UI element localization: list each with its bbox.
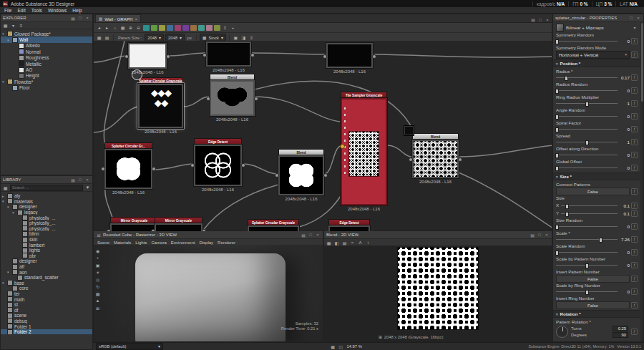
graph-toolbar-icon[interactable] [206,25,213,31]
graph-node[interactable]: 2048x2048 - L16 [128,43,167,69]
slider-handle[interactable] [585,102,589,107]
explorer-tree-item[interactable]: Albedo [1,43,92,49]
graph-node[interactable]: Splatter Circular Grayscale [248,219,299,231]
property-value[interactable]: 0 [619,152,630,157]
slider-handle[interactable] [555,153,559,158]
library-tree-item[interactable]: ▾ aon [1,269,92,275]
graph-tab[interactable]: ▦ Wall - GRAPH × [95,14,141,22]
search-input[interactable] [10,185,83,191]
slider-handle[interactable] [555,251,559,256]
graph-tool-icon[interactable]: ◨ [240,35,247,41]
menu-item[interactable]: Windows [48,8,67,13]
menu-item[interactable]: File [4,8,11,13]
function-button[interactable]: ƒ [631,223,638,230]
slider-track[interactable] [556,263,618,268]
slider-track[interactable] [556,88,618,93]
property-value[interactable]: 0.17 [619,75,630,80]
float-icon[interactable]: □ [537,18,543,22]
view2d-tool-icon[interactable]: ▤ [341,240,348,246]
slider-track[interactable] [556,224,618,229]
view3d-tool-icon[interactable]: ◎ [94,276,101,282]
property-value[interactable]: 0.1 [619,203,630,208]
graph-node[interactable]: Blend 2048x2048 - L16 [278,149,324,195]
slider-handle[interactable] [555,166,559,171]
view3d-tool-icon[interactable]: ☀ [94,269,101,275]
graph-toolbar-icon[interactable]: ◂ [96,25,102,31]
property-value[interactable]: 0 [619,224,630,229]
slider-handle[interactable] [555,115,559,120]
filter-funnel-icon[interactable]: ▼ [84,185,91,190]
expand-arrow-icon[interactable]: ▾ [12,210,16,215]
library-tree-item[interactable]: standard_scatter [1,275,92,281]
function-button[interactable]: ƒ [631,113,638,120]
graph-toolbar-icon[interactable]: ⊖ [135,25,142,31]
property-dropdown[interactable]: Horizontal + Vertical ▾ [556,51,630,59]
view3d-viewport[interactable]: ◉+▣☀◎↻▦▲⊞ Samples: 32 Render Time: 0.21 … [94,245,323,341]
float-icon[interactable]: □ [537,233,542,237]
graph-toolbar-icon[interactable]: ⊕ [127,25,134,31]
turns-value[interactable]: 0.25 [613,326,628,331]
tab-close-icon[interactable]: × [135,16,138,21]
toggle-button[interactable]: False [556,301,630,309]
view3d-tool-icon[interactable]: ▲ [94,298,101,303]
graph-node[interactable]: Tile Sampler Grayscale 2048x2048 - L16 [341,92,387,205]
function-button[interactable]: ƒ [631,100,638,107]
degrees-value[interactable]: 90 [613,332,628,338]
function-button[interactable]: ƒ [631,249,638,256]
close-icon[interactable]: × [315,233,321,237]
graph-tool-dropdown-icon[interactable]: ▦ [96,35,102,41]
slider-track[interactable] [556,101,618,106]
slider-track[interactable] [556,114,618,119]
zoom-mode-icon[interactable]: ▦ [330,344,336,349]
view3d-menu-item[interactable]: Camera [151,240,166,245]
slider-handle[interactable] [565,204,569,209]
filtering-row[interactable]: Bilinear + Mipmaps ▾ [556,23,638,32]
property-value[interactable]: 1 [619,140,630,145]
expand-arrow-icon[interactable]: ▾ [7,270,11,274]
caret-down-icon[interactable]: ▾ [632,25,638,30]
section-header[interactable]: ▾ Size * [553,172,640,180]
explorer-tree-item[interactable]: Height [1,73,92,79]
float-icon[interactable]: □ [77,178,83,182]
explorer-tree-item[interactable]: Metallic [1,61,92,67]
slider-track[interactable] [561,203,618,208]
slider-track[interactable] [556,250,618,255]
graph-toolbar-icon[interactable]: ▸ [104,25,110,31]
slider-handle[interactable] [599,238,602,243]
function-button[interactable]: ƒ [631,210,638,217]
library-tree-item[interactable]: ▾ designer [1,204,92,210]
view3d-tool-icon[interactable]: ▣ [94,262,101,268]
list-menu-icon[interactable]: ≡ [18,23,24,29]
slider-handle[interactable] [565,212,569,217]
function-button[interactable]: ƒ [631,302,638,308]
float-icon[interactable]: □ [308,233,313,237]
view2d-tool-icon[interactable]: ◧ [333,240,340,246]
slider-handle[interactable] [555,225,559,230]
view3d-tool-icon[interactable]: ▦ [94,291,101,296]
float-icon[interactable]: □ [628,16,634,20]
view3d-menu-item[interactable]: Environment [171,240,195,245]
property-value[interactable]: 7.26 [619,237,630,242]
property-value[interactable]: 0.1 [619,211,630,216]
close-icon[interactable]: × [545,18,550,22]
graph-toolbar-icon[interactable]: ▦ [119,25,126,31]
zoom-mode-icon[interactable]: ◫ [338,344,344,349]
library-tree-item[interactable]: blinn [1,231,92,237]
graph-toolbar-icon[interactable] [151,25,157,31]
function-button[interactable]: ƒ [631,126,638,132]
function-button[interactable]: ƒ [631,52,638,58]
function-button[interactable]: ƒ [631,165,638,171]
graph-node[interactable]: 2048x2048 - L16 [206,42,251,67]
graph-toolbar-icon[interactable] [143,25,150,31]
property-value[interactable]: 0 [619,114,630,119]
explorer-tree-item[interactable]: AO [1,67,92,72]
library-tree-item[interactable]: lambert [1,242,92,248]
graph-tool-dropdown-icon[interactable]: ▤ [104,35,110,41]
graph-node[interactable]: Splatter Circular Gr... 2048x2048 - L16 [104,142,152,189]
library-tree-item[interactable]: Folder 2 [1,329,92,335]
library-tree-item[interactable]: designer [1,258,92,264]
view2d-viewport[interactable]: ⊞ 2048 x 2048 (Grayscale, 16bpc) [324,246,552,341]
function-button[interactable]: ƒ [631,152,638,158]
library-tree-item[interactable]: atf [1,264,92,270]
graph-node[interactable]: 2048x2048 - L16 [326,43,373,68]
